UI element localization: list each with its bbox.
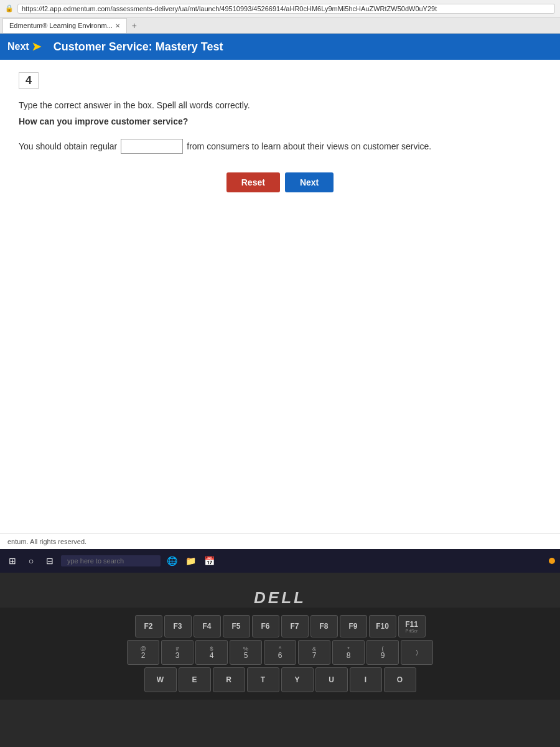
key-f5[interactable]: F5 [223, 615, 250, 637]
key-f3-label: F3 [173, 622, 182, 631]
question-text: How can you improve customer service? [19, 116, 541, 126]
letter-key-row: W E R T Y U I O [5, 667, 555, 692]
fill-after-text: from consumers to learn about their view… [187, 141, 431, 151]
number-key-row: @ 2 # 3 $ 4 % 5 ^ 6 & 7 [5, 640, 555, 665]
lock-icon: 🔒 [5, 4, 14, 12]
key-at-2[interactable]: @ 2 [127, 640, 159, 665]
key-f10[interactable]: F10 [369, 615, 396, 637]
reset-button[interactable]: Reset [226, 172, 280, 192]
main-content: 4 Type the correct answer in the box. Sp… [0, 60, 560, 533]
key-f11-label: F11 [405, 620, 418, 629]
taskbar-right [549, 558, 555, 564]
key-f7-label: F7 [290, 622, 299, 631]
taskbar-search-input[interactable] [61, 555, 161, 566]
key-f3[interactable]: F3 [164, 615, 192, 637]
key-f8-label: F8 [319, 622, 328, 631]
key-r[interactable]: R [213, 667, 245, 692]
folder-icon[interactable]: 📁 [183, 553, 198, 568]
key-f5-label: F5 [231, 622, 240, 631]
url-bar[interactable]: https://f2.app.edmentum.com/assessments-… [17, 4, 555, 14]
question-container: 4 Type the correct answer in the box. Sp… [0, 60, 560, 533]
nav-arrow-icon: ➤ [32, 40, 41, 54]
key-f11[interactable]: F11 PrtScr [398, 615, 426, 637]
nav-next-label: Next [7, 41, 29, 52]
tab-label: Edmentum® Learning Environm... [9, 22, 113, 29]
key-f10-label: F10 [376, 622, 389, 631]
answer-input[interactable] [121, 139, 183, 154]
key-t[interactable]: T [247, 667, 279, 692]
edge-icon[interactable]: 🌐 [164, 553, 179, 568]
key-f11-sublabel: PrtScr [406, 629, 418, 633]
laptop-body: DELL F2 F3 F4 F5 F6 F7 F8 [0, 573, 560, 747]
button-row: Reset Next [19, 172, 541, 192]
key-f6[interactable]: F6 [252, 615, 279, 637]
fill-before-text: You should obtain regular [19, 141, 117, 151]
key-w[interactable]: W [144, 667, 177, 692]
key-f6-label: F6 [261, 622, 269, 631]
new-tab-button[interactable]: + [129, 21, 139, 31]
windows-start-icon[interactable]: ⊞ [5, 553, 20, 568]
next-button[interactable]: Next [285, 172, 334, 192]
key-f4[interactable]: F4 [194, 615, 221, 637]
nav-next-button[interactable]: Next ➤ [7, 40, 41, 54]
key-dollar-4[interactable]: $ 4 [195, 640, 228, 665]
active-tab[interactable]: Edmentum® Learning Environm... ✕ [2, 18, 127, 33]
dell-logo: DELL [254, 588, 306, 608]
tab-bar: Edmentum® Learning Environm... ✕ + [0, 17, 560, 34]
key-i[interactable]: I [350, 667, 382, 692]
fill-blank-container: You should obtain regular from consumers… [19, 139, 541, 154]
calendar-icon[interactable]: 📅 [202, 553, 217, 568]
key-e[interactable]: E [179, 667, 211, 692]
tab-close-icon[interactable]: ✕ [115, 22, 120, 29]
footer-copyright: entum. All rights reserved. [7, 538, 86, 545]
page-title: Customer Service: Mastery Test [54, 40, 223, 54]
browser-chrome: 🔒 https://f2.app.edmentum.com/assessment… [0, 0, 560, 17]
search-icon[interactable]: ○ [24, 553, 39, 568]
keyboard-area: F2 F3 F4 F5 F6 F7 F8 F9 [0, 608, 560, 700]
key-o[interactable]: O [384, 667, 416, 692]
key-f2[interactable]: F2 [135, 615, 162, 637]
footer: entum. All rights reserved. [0, 533, 560, 549]
fn-key-row: F2 F3 F4 F5 F6 F7 F8 F9 [5, 615, 555, 637]
key-u[interactable]: U [315, 667, 348, 692]
key-f9[interactable]: F9 [340, 615, 367, 637]
key-f9-label: F9 [348, 622, 357, 631]
key-hash-3[interactable]: # 3 [161, 640, 194, 665]
key-paren-9[interactable]: ( 9 [366, 640, 399, 665]
key-y[interactable]: Y [281, 667, 314, 692]
taskbar-indicator [549, 558, 555, 564]
task-view-icon[interactable]: ⊟ [42, 553, 57, 568]
key-f2-label: F2 [144, 622, 152, 631]
key-f7[interactable]: F7 [281, 615, 309, 637]
key-f8[interactable]: F8 [310, 615, 338, 637]
key-caret-6[interactable]: ^ 6 [264, 640, 296, 665]
taskbar: ⊞ ○ ⊟ 🌐 📁 📅 [0, 549, 560, 573]
instruction-text: Type the correct answer in the box. Spel… [19, 100, 541, 110]
key-star-8[interactable]: * 8 [332, 640, 365, 665]
question-number: 4 [19, 72, 39, 89]
key-amp-7[interactable]: & 7 [298, 640, 330, 665]
key-paren-close-0[interactable]: ) [401, 640, 433, 665]
nav-bar: Next ➤ Customer Service: Mastery Test [0, 34, 560, 60]
key-percent-5[interactable]: % 5 [230, 640, 262, 665]
key-f4-label: F4 [202, 622, 211, 631]
